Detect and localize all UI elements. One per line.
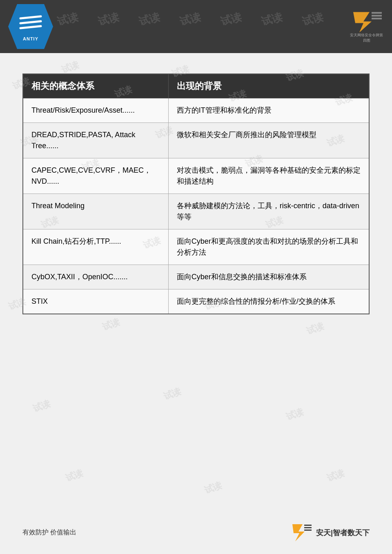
- table-row: Threat Modeling各种威胁建模的方法论，工具，risk-centri…: [23, 194, 369, 229]
- wm-21: 试读: [162, 385, 183, 403]
- svg-rect-10: [304, 530, 312, 531]
- wm-24: 试读: [203, 479, 224, 496]
- brand-subtitle: 安天网络安全令牌第四图: [349, 33, 384, 43]
- col1-header: 相关的概念体系: [23, 74, 168, 98]
- table-row: CAPEC,CWE,CVE,CVRF，MAEC，NVD......对攻击模式，脆…: [23, 158, 369, 194]
- table-cell-left: DREAD,STRIDE,PASTA, Attack Tree......: [23, 123, 168, 158]
- header: 试读 试读 试读 试读 试读 试读 试读 ANTIY 安天网络安全令牌第四图: [0, 0, 392, 53]
- wm-23: 试读: [64, 467, 85, 484]
- concept-table: 相关的概念体系 出现的背景 Threat/Risk/Exposure/Asset…: [22, 73, 370, 314]
- footer-logo-icon: [290, 523, 313, 542]
- table-row: CybOX,TAXII，OpenIOC.......面向Cyber和信息交换的描…: [23, 265, 369, 289]
- table-cell-left: CAPEC,CWE,CVE,CVRF，MAEC，NVD......: [23, 158, 168, 194]
- table-cell-right: 面向Cyber和更高强度的攻击和对抗的场景的分析工具和分析方法: [168, 229, 369, 265]
- col2-header: 出现的背景: [168, 74, 369, 98]
- table-cell-left: Threat/Risk/Exposure/Asset......: [23, 98, 168, 123]
- table-row: Kill Chain,钻石分析,TTP......面向Cyber和更高强度的攻击…: [23, 229, 369, 265]
- svg-marker-3: [353, 12, 372, 33]
- footer-left-text: 有效防护 价值输出: [22, 528, 76, 537]
- svg-rect-8: [304, 525, 312, 526]
- logo-text: ANTIY: [23, 36, 38, 41]
- svg-line-2: [20, 26, 41, 28]
- table-row: STIX面向更完整的综合性的情报分析/作业/交换的体系: [23, 289, 369, 314]
- header-logo: ANTIY: [8, 4, 53, 49]
- footer: 有效防护 价值输出 安天|智者数天下: [0, 523, 392, 542]
- table-cell-left: Kill Chain,钻石分析,TTP......: [23, 229, 168, 265]
- table-row: Threat/Risk/Exposure/Asset......西方的IT管理和…: [23, 98, 369, 123]
- svg-line-0: [20, 16, 41, 18]
- header-watermark-7: 试读: [301, 10, 325, 29]
- svg-rect-5: [372, 15, 382, 17]
- header-brand: 安天网络安全令牌第四图: [349, 10, 384, 43]
- wm-20: 试读: [31, 397, 52, 415]
- svg-line-1: [20, 21, 41, 23]
- header-watermark-3: 试读: [137, 10, 161, 29]
- table-cell-right: 各种威胁建模的方法论，工具，risk-centric，data-driven等等: [168, 194, 369, 229]
- wm-25: 试读: [325, 467, 346, 484]
- svg-marker-7: [292, 524, 305, 541]
- table-cell-left: Threat Modeling: [23, 194, 168, 229]
- table-cell-right: 面向更完整的综合性的情报分析/作业/交换的体系: [168, 289, 369, 314]
- footer-logo-text: 安天|智者数天下: [316, 528, 370, 538]
- table-cell-right: 西方的IT管理和标准化的背景: [168, 98, 369, 123]
- table-cell-right: 面向Cyber和信息交换的描述和标准体系: [168, 265, 369, 289]
- svg-rect-9: [304, 527, 312, 528]
- table-cell-left: STIX: [23, 289, 168, 314]
- header-watermark-1: 试读: [56, 10, 80, 29]
- footer-logo: 安天|智者数天下: [290, 523, 370, 542]
- svg-rect-4: [372, 12, 382, 14]
- table-cell-right: 对攻击模式，脆弱点，漏洞等各种基础的安全元素的标定和描述结构: [168, 158, 369, 194]
- table-row: DREAD,STRIDE,PASTA, Attack Tree......微软和…: [23, 123, 369, 158]
- header-watermark-6: 试读: [260, 10, 284, 29]
- header-watermark-2: 试读: [96, 10, 120, 29]
- table-cell-right: 微软和相关安全厂商所推出的风险管理模型: [168, 123, 369, 158]
- wm-22: 试读: [284, 405, 305, 423]
- header-watermark-5: 试读: [219, 10, 243, 29]
- main-content: 相关的概念体系 出现的背景 Threat/Risk/Exposure/Asset…: [0, 53, 392, 331]
- table-cell-left: CybOX,TAXII，OpenIOC.......: [23, 265, 168, 289]
- header-watermark-4: 试读: [178, 10, 202, 29]
- svg-rect-6: [372, 18, 382, 20]
